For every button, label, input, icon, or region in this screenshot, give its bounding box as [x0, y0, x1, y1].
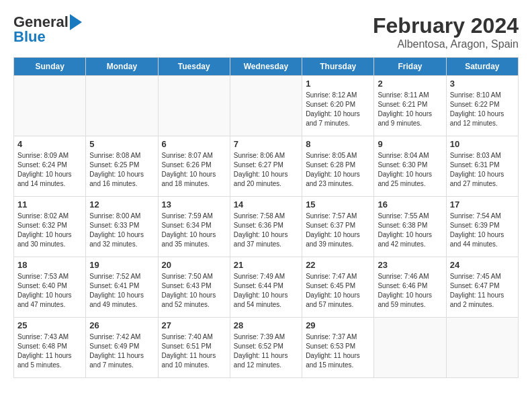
- day-number: 26: [89, 320, 154, 330]
- title-block: February 2024 Albentosa, Aragon, Spain: [373, 13, 519, 50]
- calendar-day-cell: [86, 76, 158, 136]
- calendar-day-cell: 7Sunrise: 8:06 AM Sunset: 6:27 PM Daylig…: [230, 136, 302, 197]
- calendar-day-cell: 19Sunrise: 7:52 AM Sunset: 6:41 PM Dayli…: [86, 257, 158, 318]
- day-info: Sunrise: 7:53 AM Sunset: 6:40 PM Dayligh…: [17, 272, 82, 310]
- day-info: Sunrise: 7:58 AM Sunset: 6:36 PM Dayligh…: [234, 212, 298, 249]
- day-number: 8: [306, 139, 370, 149]
- day-info: Sunrise: 8:12 AM Sunset: 6:20 PM Dayligh…: [306, 91, 370, 128]
- day-info: Sunrise: 7:46 AM Sunset: 6:46 PM Dayligh…: [378, 272, 442, 310]
- calendar-day-cell: 12Sunrise: 8:00 AM Sunset: 6:33 PM Dayli…: [86, 197, 158, 257]
- calendar-day-cell: 11Sunrise: 8:02 AM Sunset: 6:32 PM Dayli…: [14, 197, 86, 257]
- calendar-day-cell: 13Sunrise: 7:59 AM Sunset: 6:34 PM Dayli…: [158, 197, 230, 257]
- month-year-title: February 2024: [373, 13, 519, 38]
- day-number: 23: [378, 260, 442, 270]
- day-number: 21: [234, 260, 298, 270]
- day-info: Sunrise: 7:37 AM Sunset: 6:53 PM Dayligh…: [306, 332, 370, 370]
- calendar-day-cell: 14Sunrise: 7:58 AM Sunset: 6:36 PM Dayli…: [230, 197, 302, 257]
- calendar-day-cell: [374, 318, 446, 378]
- day-info: Sunrise: 7:52 AM Sunset: 6:41 PM Dayligh…: [89, 272, 154, 310]
- calendar-weekday-header: Thursday: [302, 58, 374, 76]
- day-number: 14: [234, 199, 298, 210]
- location-subtitle: Albentosa, Aragon, Spain: [373, 38, 519, 50]
- day-number: 13: [162, 199, 226, 210]
- calendar-day-cell: 20Sunrise: 7:50 AM Sunset: 6:43 PM Dayli…: [158, 257, 230, 318]
- calendar-day-cell: 23Sunrise: 7:46 AM Sunset: 6:46 PM Dayli…: [374, 257, 446, 318]
- day-info: Sunrise: 8:04 AM Sunset: 6:30 PM Dayligh…: [378, 151, 442, 189]
- day-info: Sunrise: 7:57 AM Sunset: 6:37 PM Dayligh…: [306, 212, 370, 249]
- day-number: 4: [17, 139, 82, 149]
- calendar-table: SundayMondayTuesdayWednesdayThursdayFrid…: [13, 57, 519, 378]
- calendar-day-cell: 10Sunrise: 8:03 AM Sunset: 6:31 PM Dayli…: [446, 136, 518, 197]
- day-info: Sunrise: 8:06 AM Sunset: 6:27 PM Dayligh…: [234, 151, 298, 189]
- calendar-weekday-header: Saturday: [446, 58, 518, 76]
- day-number: 17: [450, 199, 515, 210]
- page-header: General Blue February 2024 Albentosa, Ar…: [13, 13, 519, 50]
- day-number: 29: [306, 320, 370, 330]
- calendar-day-cell: 17Sunrise: 7:54 AM Sunset: 6:39 PM Dayli…: [446, 197, 518, 257]
- calendar-weekday-header: Friday: [374, 58, 446, 76]
- day-number: 19: [89, 260, 154, 270]
- day-number: 10: [450, 139, 515, 149]
- calendar-day-cell: 6Sunrise: 8:07 AM Sunset: 6:26 PM Daylig…: [158, 136, 230, 197]
- day-number: 15: [306, 199, 370, 210]
- calendar-weekday-header: Tuesday: [158, 58, 230, 76]
- day-info: Sunrise: 7:50 AM Sunset: 6:43 PM Dayligh…: [162, 272, 226, 310]
- calendar-weekday-header: Sunday: [14, 58, 86, 76]
- day-info: Sunrise: 7:39 AM Sunset: 6:52 PM Dayligh…: [234, 332, 298, 370]
- calendar-day-cell: 26Sunrise: 7:42 AM Sunset: 6:49 PM Dayli…: [86, 318, 158, 378]
- day-info: Sunrise: 7:59 AM Sunset: 6:34 PM Dayligh…: [162, 212, 226, 249]
- day-number: 16: [378, 199, 442, 210]
- calendar-day-cell: 1Sunrise: 8:12 AM Sunset: 6:20 PM Daylig…: [302, 76, 374, 136]
- day-number: 24: [450, 260, 515, 270]
- day-info: Sunrise: 8:02 AM Sunset: 6:32 PM Dayligh…: [17, 212, 82, 249]
- calendar-day-cell: 28Sunrise: 7:39 AM Sunset: 6:52 PM Dayli…: [230, 318, 302, 378]
- calendar-day-cell: 3Sunrise: 8:10 AM Sunset: 6:22 PM Daylig…: [446, 76, 518, 136]
- calendar-week-row: 11Sunrise: 8:02 AM Sunset: 6:32 PM Dayli…: [14, 197, 519, 257]
- calendar-day-cell: 2Sunrise: 8:11 AM Sunset: 6:21 PM Daylig…: [374, 76, 446, 136]
- day-info: Sunrise: 8:08 AM Sunset: 6:25 PM Dayligh…: [89, 151, 154, 189]
- day-info: Sunrise: 8:09 AM Sunset: 6:24 PM Dayligh…: [17, 151, 82, 189]
- calendar-day-cell: 29Sunrise: 7:37 AM Sunset: 6:53 PM Dayli…: [302, 318, 374, 378]
- calendar-day-cell: 27Sunrise: 7:40 AM Sunset: 6:51 PM Dayli…: [158, 318, 230, 378]
- day-number: 20: [162, 260, 226, 270]
- day-info: Sunrise: 8:10 AM Sunset: 6:22 PM Dayligh…: [450, 91, 515, 128]
- calendar-day-cell: 9Sunrise: 8:04 AM Sunset: 6:30 PM Daylig…: [374, 136, 446, 197]
- calendar-day-cell: [446, 318, 518, 378]
- calendar-week-row: 25Sunrise: 7:43 AM Sunset: 6:48 PM Dayli…: [14, 318, 519, 378]
- logo-blue: Blue: [13, 28, 46, 46]
- day-number: 25: [17, 320, 82, 330]
- day-number: 6: [162, 139, 226, 149]
- calendar-day-cell: [230, 76, 302, 136]
- day-info: Sunrise: 7:40 AM Sunset: 6:51 PM Dayligh…: [162, 332, 226, 370]
- day-number: 28: [234, 320, 298, 330]
- day-info: Sunrise: 8:07 AM Sunset: 6:26 PM Dayligh…: [162, 151, 226, 189]
- calendar-day-cell: 24Sunrise: 7:45 AM Sunset: 6:47 PM Dayli…: [446, 257, 518, 318]
- day-info: Sunrise: 7:42 AM Sunset: 6:49 PM Dayligh…: [89, 332, 154, 370]
- day-info: Sunrise: 7:47 AM Sunset: 6:45 PM Dayligh…: [306, 272, 370, 310]
- logo-arrow-icon: [70, 14, 82, 30]
- day-info: Sunrise: 8:11 AM Sunset: 6:21 PM Dayligh…: [378, 91, 442, 128]
- day-number: 18: [17, 260, 82, 270]
- day-info: Sunrise: 8:05 AM Sunset: 6:28 PM Dayligh…: [306, 151, 370, 189]
- day-number: 2: [378, 79, 442, 89]
- day-number: 7: [234, 139, 298, 149]
- calendar-weekday-header: Monday: [86, 58, 158, 76]
- calendar-day-cell: 15Sunrise: 7:57 AM Sunset: 6:37 PM Dayli…: [302, 197, 374, 257]
- calendar-day-cell: [158, 76, 230, 136]
- day-info: Sunrise: 7:43 AM Sunset: 6:48 PM Dayligh…: [17, 332, 82, 370]
- calendar-weekday-header: Wednesday: [230, 58, 302, 76]
- day-info: Sunrise: 8:03 AM Sunset: 6:31 PM Dayligh…: [450, 151, 515, 189]
- day-number: 22: [306, 260, 370, 270]
- calendar-day-cell: 21Sunrise: 7:49 AM Sunset: 6:44 PM Dayli…: [230, 257, 302, 318]
- day-number: 9: [378, 139, 442, 149]
- logo: General Blue: [13, 13, 82, 46]
- calendar-day-cell: 8Sunrise: 8:05 AM Sunset: 6:28 PM Daylig…: [302, 136, 374, 197]
- day-info: Sunrise: 7:55 AM Sunset: 6:38 PM Dayligh…: [378, 212, 442, 249]
- day-number: 1: [306, 79, 370, 89]
- calendar-day-cell: 18Sunrise: 7:53 AM Sunset: 6:40 PM Dayli…: [14, 257, 86, 318]
- day-number: 3: [450, 79, 515, 89]
- calendar-week-row: 1Sunrise: 8:12 AM Sunset: 6:20 PM Daylig…: [14, 76, 519, 136]
- day-number: 11: [17, 199, 82, 210]
- day-number: 5: [89, 139, 154, 149]
- calendar-day-cell: 4Sunrise: 8:09 AM Sunset: 6:24 PM Daylig…: [14, 136, 86, 197]
